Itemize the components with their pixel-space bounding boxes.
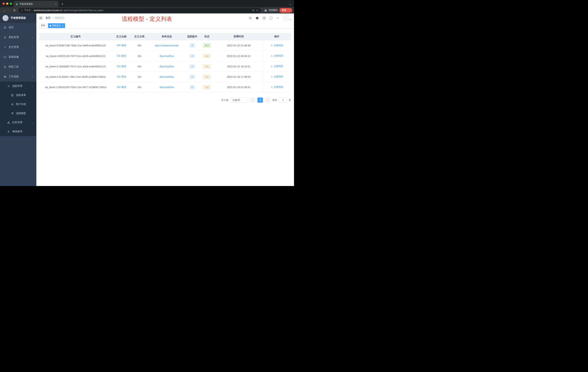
sidebar-item-task-mgmt[interactable]: 任务管理 [0, 118, 36, 127]
definition-name-link[interactable]: OA 请假 [117, 65, 126, 68]
question-icon[interactable]: ? [262, 17, 266, 20]
cell-version: v2 [185, 72, 199, 82]
assign-rule-link[interactable]: 分配规则 [271, 44, 283, 47]
sidebar-item-workflow[interactable]: 工作流程 [0, 72, 36, 82]
assign-rule-link[interactable]: 分配规则 [271, 54, 283, 57]
cell-deploy-time: 2022-01-22 19:19:11 [215, 61, 262, 72]
lock-icon [4, 66, 6, 68]
breadcrumb-home[interactable]: 首页 [45, 16, 51, 20]
table-row: oa_leave:5:004b710b-7b8a-11ec-8ef0-acde4… [39, 40, 291, 51]
search-icon[interactable] [249, 17, 252, 20]
goto-label: 前往 [272, 98, 277, 102]
form-info-link[interactable]: /bpm/oa/flow [159, 55, 174, 57]
assign-rule-link[interactable]: 分配规则 [271, 85, 283, 89]
form-info-link[interactable]: /bpm/oa/flow [159, 65, 174, 68]
cell-operations: 分配规则 [262, 72, 291, 82]
favicon-leaf-icon [15, 3, 18, 5]
user-icon [271, 44, 273, 47]
cell-form-info: /bpm/oa/leave/create [148, 40, 185, 51]
sidebar: 芋道管理系统 首页系统管理¥支付管理基础设施研发工具工作流程流程管理流程表单用户… [0, 13, 36, 186]
sidebar-item-system-mgmt[interactable]: 系统管理 [0, 33, 36, 42]
back-icon[interactable]: ← [2, 9, 7, 12]
browser-update-button[interactable]: 更新 ⋮ [279, 8, 292, 13]
form-info-link[interactable]: /bpm/oa/leave/create [155, 44, 179, 47]
table-body: oa_leave:5:004b710b-7b8a-11ec-8ef0-acde4… [39, 40, 291, 92]
fullscreen-icon[interactable] [269, 17, 273, 20]
password-key-icon[interactable] [252, 9, 255, 12]
cell-definition-name: OA 请假 [112, 61, 131, 72]
next-page-button[interactable]: › [265, 98, 270, 103]
tab-search-icon[interactable] [289, 2, 291, 6]
bookmark-star-icon[interactable]: ☆ [256, 9, 258, 12]
user-dropdown[interactable] [283, 15, 291, 21]
users-icon [11, 103, 14, 106]
cell-definition-name: OA 请假 [112, 51, 131, 61]
cell-definition-id: oa_leave:5:004b710b-7b8a-11ec-8ef0-acde4… [39, 40, 112, 51]
annotation-title: 流程模型 - 定义列表 [122, 15, 172, 23]
sidebar-logo[interactable]: 芋道管理系统 [0, 13, 36, 22]
form-info-link[interactable]: /bpm/oa/flow [159, 86, 174, 89]
assign-rule-link[interactable]: 分配规则 [271, 75, 283, 78]
breadcrumb: 首页 / 流程定义 [45, 16, 65, 20]
hamburger-icon[interactable] [39, 17, 42, 19]
window-close-button[interactable] [2, 2, 5, 5]
goto-page-input[interactable] [279, 98, 287, 103]
new-tab-button[interactable]: + [60, 1, 65, 7]
cell-version: v4 [185, 51, 199, 61]
tag-item[interactable]: 流程定义× [48, 23, 65, 28]
svg-text:?: ? [264, 17, 264, 19]
form-info-link[interactable]: /bpm/oa/flow [159, 75, 174, 78]
sidebar-item-infrastructure[interactable]: 基础设施 [0, 52, 36, 62]
browser-tab[interactable]: 芋道管理系统 × [13, 1, 59, 7]
navbar-actions: ?TT [249, 15, 291, 21]
cell-category: OA [131, 40, 148, 51]
sidebar-item-payment-mgmt[interactable]: ¥支付管理 [0, 42, 36, 52]
definition-name-link[interactable]: OA 请假 [117, 75, 126, 78]
cell-form-info: /bpm/oa/flow [148, 72, 185, 82]
column-header: 定义名称 [112, 33, 131, 40]
definition-name-link[interactable]: OA 请假 [117, 44, 126, 47]
sidebar-item-process-form[interactable]: 流程表单 [0, 91, 36, 100]
sidebar-item-process-model[interactable]: 流程模型 [0, 109, 36, 118]
sidebar-item-user-group[interactable]: 用户分组 [0, 100, 36, 109]
tag-item[interactable]: 首页 [39, 23, 47, 28]
tag-close-icon[interactable]: × [62, 24, 63, 27]
goto-suffix: 页 [289, 98, 291, 102]
column-header: 定义编号 [39, 33, 112, 40]
prev-page-button[interactable]: ‹ [250, 98, 255, 103]
svg-text:T: T [277, 17, 277, 19]
chevron-down-icon [32, 121, 33, 124]
user-icon [271, 55, 273, 57]
column-header: 部署时间 [215, 33, 262, 40]
cell-deploy-time: 2022-01-16 01:40:51 [215, 82, 262, 92]
address-bar[interactable]: ⚠ 不安全 dashboard.yudao.iocoder.cn/bpm/man… [19, 8, 261, 13]
reload-icon[interactable]: ↻ [12, 9, 17, 12]
window-minimize-button[interactable] [6, 2, 8, 5]
incognito-label: 无痕模式 [269, 9, 278, 12]
page-content: 定义编号定义名称定义分类表单信息流程版本状态部署时间操作 oa_leave:5:… [36, 29, 294, 186]
page-1-button[interactable]: 1 [257, 98, 263, 103]
page-size-select[interactable]: 10条/页 [231, 98, 248, 103]
sidebar-item-leave-query[interactable]: 请假查询 [0, 127, 36, 136]
window-controls [2, 2, 12, 5]
font-size-icon[interactable]: TT [276, 17, 279, 20]
sidebar-item-dev-tools[interactable]: 研发工具 [0, 62, 36, 72]
sidebar-item-process-mgmt[interactable]: 流程管理 [0, 82, 36, 91]
avatar[interactable] [283, 15, 289, 21]
browser-menu-icon[interactable]: ⋮ [288, 9, 291, 12]
browser-toolbar: ← → ↻ ⚠ 不安全 dashboard.yudao.iocoder.cn/b… [0, 7, 294, 13]
github-icon[interactable] [256, 17, 259, 20]
browser-tab-strip: 芋道管理系统 × + [0, 0, 294, 7]
definition-name-link[interactable]: OA 请假 [117, 55, 126, 57]
cell-version: v3 [185, 61, 199, 72]
chevron-up-icon [32, 85, 33, 88]
dashboard-icon [4, 26, 6, 29]
window-zoom-button[interactable] [10, 2, 12, 5]
tab-close-icon[interactable]: × [55, 2, 57, 5]
sidebar-item-home[interactable]: 首页 [0, 22, 36, 33]
cell-definition-name: OA 请假 [112, 40, 131, 51]
assign-rule-link[interactable]: 分配规则 [271, 65, 283, 68]
cell-deploy-time: 2022-01-16 17:46:53 [215, 72, 262, 82]
forward-icon[interactable]: → [7, 9, 12, 12]
definition-name-link[interactable]: OA 请假 [117, 86, 126, 88]
